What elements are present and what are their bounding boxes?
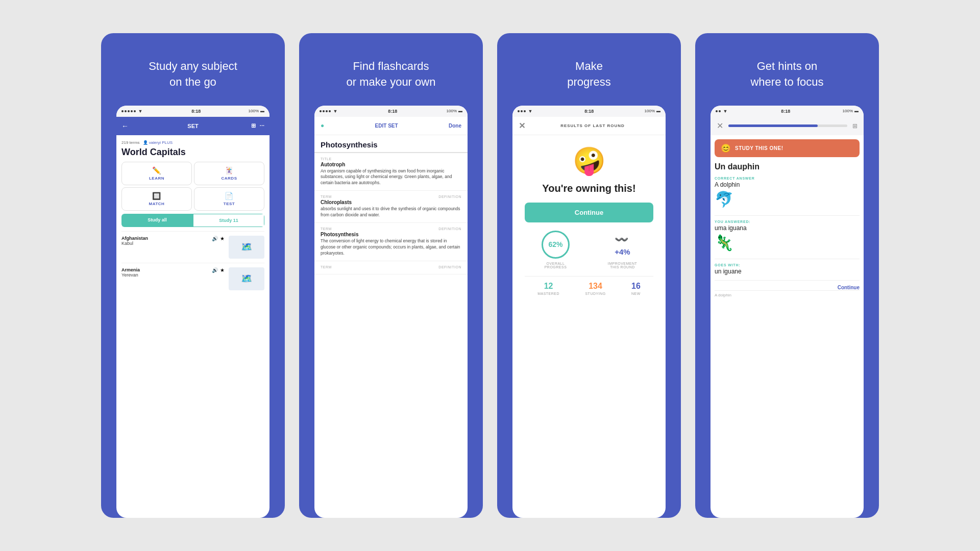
- learn-icon: ✏️: [152, 166, 161, 174]
- study-banner: 😊 STUDY THIS ONE!: [715, 139, 860, 157]
- study-new-btn[interactable]: Study 11: [193, 214, 264, 227]
- prog-nav: ✕ RESULTS OF LAST ROUND: [512, 117, 666, 135]
- status-time-2: 8:18: [388, 109, 397, 114]
- answered-label: YOU ANSWERED:: [715, 220, 860, 223]
- phone-content-1: 219 terms 👤 valeryi PLUS World Capitals …: [116, 135, 270, 299]
- vocab-row-2: Armenia Yerevan 🔊 ★ 🗺️: [121, 263, 264, 294]
- card4-title: Get hints onwhere to focus: [730, 33, 844, 106]
- stats-row: 62% OVERALLPROGRESS 〰️ +4% IMPROVEMENTTH…: [525, 231, 653, 269]
- signal-dots: ▼: [121, 109, 144, 114]
- flash-label-title: TITLE: [321, 157, 461, 161]
- nav-icons-1: ⊞ ···: [251, 122, 264, 129]
- hint-close-icon[interactable]: ✕: [717, 121, 723, 131]
- match-label: MATCH: [149, 202, 165, 206]
- vocab-term-2: Armenia: [121, 267, 155, 272]
- status-right-2: 100% ▬: [447, 109, 462, 113]
- flash-row-1: TERM DEFINITION Chloroplasts absorbs sun…: [314, 191, 468, 223]
- nav-title-1: SET: [187, 123, 198, 129]
- audio-icon-2[interactable]: 🔊: [212, 267, 218, 273]
- learn-mode-btn[interactable]: ✏️ LEARN: [121, 162, 192, 185]
- study-all-btn[interactable]: Study all: [121, 214, 193, 227]
- card3-title: Makeprogress: [547, 33, 631, 106]
- match-mode-btn[interactable]: 🔲 MATCH: [121, 187, 192, 211]
- mastered-item: 12 MASTERED: [537, 282, 559, 295]
- audio-icon-1[interactable]: 🔊: [212, 236, 218, 241]
- flash-row-2: TERM DEFINITION Photosynthesis The conve…: [314, 223, 468, 261]
- edit-set-title: EDIT SET: [375, 123, 398, 129]
- dot3: [128, 110, 130, 112]
- hint-nav-icon: ⊞: [852, 122, 857, 130]
- flash-def-2: The conversion of light energy to chemic…: [321, 238, 461, 257]
- banner-emoji: 😊: [721, 143, 731, 153]
- new-count: 16: [631, 282, 641, 291]
- status-bar-4: ▼ 8:18 100% ▬: [710, 106, 864, 117]
- vocab-row-1: Afghanistan Kabul 🔊 ★ 🗺️: [121, 231, 264, 263]
- flash-label-def-2: DEFINITION: [438, 227, 461, 231]
- dolphin-image: 🐬: [715, 190, 860, 208]
- signal-dots-2: ▼: [320, 109, 339, 114]
- signal-dots-4: ▼: [716, 109, 729, 114]
- test-mode-btn[interactable]: 📄 TEST: [194, 187, 264, 211]
- new-label: NEW: [631, 292, 641, 295]
- bookmark-icon[interactable]: ⊞: [251, 122, 256, 129]
- studying-label: STUDYING: [585, 292, 605, 295]
- improvement-stat: 〰️ +4% IMPROVEMENTTHIS ROUND: [592, 231, 653, 269]
- cards-label: CARDS: [222, 176, 237, 181]
- star-icon-1[interactable]: ★: [220, 236, 225, 241]
- you-answered-section: YOU ANSWERED: uma iguana 🦎: [715, 220, 860, 259]
- correct-label: CORRECT ANSWER: [715, 177, 860, 180]
- status-bar-3: ▼ 8:18 100% ▬: [512, 106, 666, 117]
- done-button[interactable]: Done: [449, 123, 461, 129]
- mastered-label: MASTERED: [537, 292, 559, 295]
- card2-title: Find flashcardsor make your own: [326, 33, 456, 106]
- vocab-icons-1: 🔊 ★: [212, 236, 225, 241]
- test-label: TEST: [224, 202, 235, 206]
- status-bar-1: ▼ 8:18 100% ▬: [116, 106, 270, 117]
- status-bar-2: ▼ 8:18 100% ▬: [314, 106, 468, 117]
- phone-mockup-4: ▼ 8:18 100% ▬ ✕ ⊞ 😊 STUDY THIS ONE!: [710, 106, 864, 518]
- study-buttons: Study all Study 11: [121, 214, 264, 227]
- status-right-1: 100% ▬: [249, 109, 264, 113]
- overall-label: OVERALLPROGRESS: [545, 262, 567, 269]
- flash-term-2: Photosynthesis: [321, 232, 461, 237]
- dot5: [134, 110, 136, 112]
- status-right-3: 100% ▬: [645, 109, 660, 113]
- progress-fill: [728, 124, 818, 127]
- status-time-4: 8:18: [781, 109, 790, 114]
- card1-title: Study any subjecton the go: [128, 33, 258, 106]
- signal-dots-3: ▼: [518, 109, 534, 114]
- set-title: World Capitals: [121, 147, 264, 158]
- hint-continue-link[interactable]: Continue: [715, 285, 860, 290]
- feature-card-2: Find flashcardsor make your own ▼ 8:18 1…: [299, 33, 483, 518]
- status-right-4: 100% ▬: [843, 109, 859, 113]
- back-icon[interactable]: ←: [121, 122, 129, 130]
- goes-with-value: un iguane: [715, 268, 860, 275]
- correct-answer-section: CORRECT ANSWER A dolphin 🐬: [715, 177, 860, 216]
- wave-icon: 〰️: [615, 233, 630, 246]
- mastered-count: 12: [544, 282, 553, 291]
- battery-icon-3: ▬: [656, 109, 660, 113]
- hint-term: Un dauphin: [715, 162, 860, 171]
- close-icon[interactable]: ✕: [519, 121, 526, 131]
- cards-mode-btn[interactable]: 🃏 CARDS: [194, 162, 264, 185]
- vocab-term-1: Afghanistan: [121, 236, 155, 241]
- feature-card-3: Makeprogress ▼ 8:18 100% ▬ ✕ RESULTS OF …: [497, 33, 681, 518]
- phone-mockup-1: ▼ 8:18 100% ▬ ← SET ⊞ ··· 219 terms: [116, 106, 270, 518]
- iguana-image: 🦎: [715, 234, 860, 252]
- mastery-row: 12 MASTERED 134 STUDYING 16 NEW: [525, 276, 653, 295]
- more-icon[interactable]: ···: [260, 122, 264, 129]
- flash-def-0: An organism capable of synthesizing its …: [321, 168, 461, 187]
- flash-def-1: absorbs sunlight and uses it to drive th…: [321, 206, 461, 218]
- test-icon: 📄: [225, 192, 234, 200]
- continue-button[interactable]: Continue: [525, 203, 653, 222]
- nav-bar-1: ← SET ⊞ ···: [116, 117, 270, 135]
- goes-with-label: GOES WITH:: [715, 263, 860, 267]
- studying-count: 134: [589, 282, 602, 291]
- star-icon-2[interactable]: ★: [220, 267, 225, 273]
- learn-label: LEARN: [149, 176, 164, 181]
- flash-label-term-3: TERM: [321, 265, 332, 269]
- dot1: [121, 110, 124, 112]
- dot2: [125, 110, 127, 112]
- wc-header: 219 terms 👤 valeryi PLUS: [121, 140, 264, 145]
- new-item: 16 NEW: [631, 282, 641, 295]
